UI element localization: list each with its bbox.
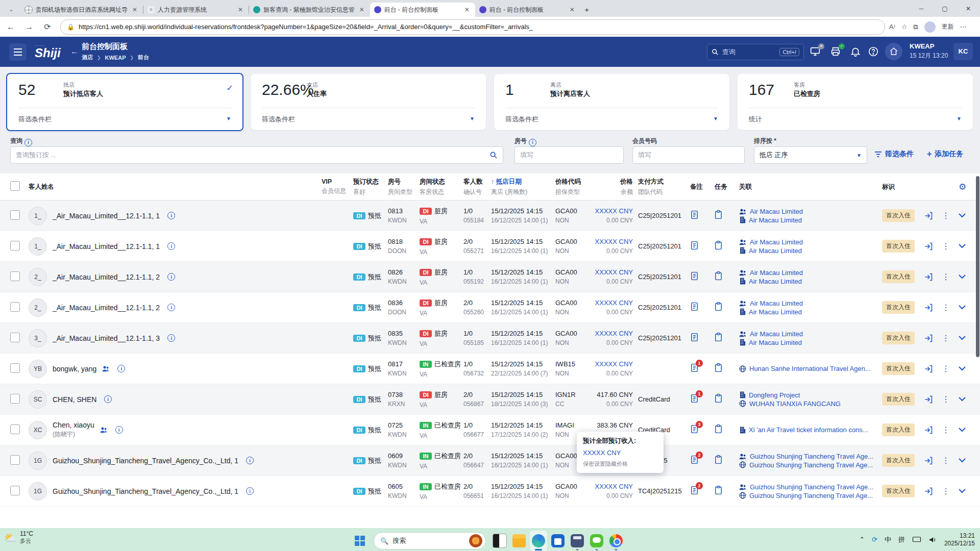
taskbar-app-wechat[interactable] <box>588 531 605 551</box>
more-actions-icon[interactable]: ⋮ <box>942 486 950 496</box>
column-header[interactable]: 支付方式团队代码 <box>638 178 690 196</box>
column-header[interactable]: 任务 <box>715 183 739 191</box>
linked-profile-link[interactable]: Air Macau Limited <box>749 308 802 316</box>
tasks-clipboard-icon[interactable] <box>715 424 722 434</box>
row-checkbox[interactable] <box>10 302 20 312</box>
info-icon[interactable]: i <box>529 139 536 146</box>
check-in-icon[interactable] <box>924 334 933 342</box>
guest-name[interactable]: _Air_Macau_Limited__12.1-1.1, 3 <box>53 334 160 342</box>
vertical-scrollbar[interactable] <box>976 176 979 357</box>
filter-conditions-button[interactable]: 筛选条件 <box>874 149 914 159</box>
tray-sync-icon[interactable]: ⟳ <box>872 536 877 543</box>
check-in-icon[interactable] <box>924 212 933 220</box>
linked-profile-link[interactable]: Air Macau Limited <box>750 208 803 215</box>
tab-close-icon[interactable]: ✕ <box>463 6 471 14</box>
browser-tab[interactable]: 旅客查询 - 紫楠旅馆业治安信息管✕ <box>249 3 370 17</box>
price[interactable]: XXXXX CNY <box>592 483 633 490</box>
notifications-bell-icon[interactable] <box>850 46 862 58</box>
row-checkbox[interactable] <box>10 363 20 373</box>
linked-profile-link[interactable]: Air Macau Limited <box>750 299 803 307</box>
info-icon[interactable]: i <box>167 242 175 250</box>
notes-icon[interactable]: 3 <box>690 424 699 434</box>
more-actions-icon[interactable]: ⋮ <box>942 272 950 282</box>
notes-icon[interactable] <box>690 210 699 219</box>
row-checkbox[interactable] <box>10 486 20 495</box>
expand-chevron-icon[interactable] <box>959 305 966 310</box>
price[interactable]: XXXXX CNY <box>592 238 633 245</box>
info-icon[interactable]: i <box>167 273 175 281</box>
info-icon[interactable]: i <box>246 487 254 495</box>
tasks-clipboard-icon[interactable] <box>715 333 722 342</box>
property-code[interactable]: KWEAP <box>910 42 934 50</box>
breadcrumb[interactable]: 酒店❯ KWEAP❯ 前台 <box>82 54 149 61</box>
column-header[interactable]: 房间状态客房状态 <box>420 178 463 196</box>
tasks-clipboard-icon[interactable] <box>715 302 722 311</box>
accompany-guests-icon[interactable] <box>102 365 110 372</box>
taskbar-app-edge[interactable] <box>530 531 547 551</box>
notes-icon[interactable]: 2 <box>690 455 699 464</box>
info-icon[interactable]: i <box>167 304 175 311</box>
tab-list-chevron-icon[interactable]: ⌄ <box>4 3 18 16</box>
hamburger-menu-button[interactable] <box>9 43 27 61</box>
guest-name[interactable]: CHEN, SHEN <box>53 395 96 404</box>
browser-profile-avatar[interactable] <box>924 21 936 33</box>
linked-profile-link[interactable]: Guizhou Shunjing Tiancheng Travel Age... <box>749 461 873 469</box>
column-header[interactable]: 客人姓名 <box>29 183 322 191</box>
help-icon[interactable] <box>868 46 880 58</box>
chevron-down-icon[interactable]: ▼ <box>226 116 231 121</box>
expand-chevron-icon[interactable] <box>959 397 966 402</box>
notes-icon[interactable] <box>690 333 699 342</box>
browser-forward-button[interactable]: → <box>21 19 37 35</box>
info-icon[interactable]: i <box>104 395 112 403</box>
linked-profile-link[interactable]: Air Macau Limited <box>750 238 803 246</box>
linked-profile-link[interactable]: Air Macau Limited <box>749 278 802 285</box>
row-checkbox[interactable] <box>10 241 20 251</box>
notes-icon[interactable]: 1 <box>690 394 699 403</box>
linked-profile-link[interactable]: Guizhou Shunjing Tiancheng Travel Age... <box>749 492 873 499</box>
table-settings-gear-icon[interactable]: ⚙ <box>959 182 966 192</box>
price[interactable]: XXXXX CNY <box>592 360 633 368</box>
chevron-down-icon[interactable]: ▼ <box>713 116 718 121</box>
info-icon[interactable]: i <box>117 365 125 372</box>
browser-tab[interactable]: 贵阳机场智选假日酒店系统网址导✕ <box>20 3 143 17</box>
tray-chevron-up-icon[interactable]: ⌃ <box>859 536 865 543</box>
notes-icon[interactable] <box>690 241 699 250</box>
column-header[interactable]: 标识 <box>882 183 924 191</box>
linked-profile-link[interactable]: Air Macau Limited <box>749 216 802 224</box>
stat-card-2[interactable]: 22.66%在店入住率筛选条件栏▼ <box>251 74 486 130</box>
column-header[interactable]: 关联 <box>739 183 882 191</box>
guest-name[interactable]: bongwk, yang <box>53 365 96 373</box>
row-checkbox[interactable] <box>10 333 20 342</box>
linked-profile-link[interactable]: WUHAN TIANXIA FANGCANG <box>749 400 841 408</box>
check-in-icon[interactable] <box>924 426 933 434</box>
printer-status-icon[interactable]: ✓ <box>830 46 842 58</box>
tray-volume-icon[interactable] <box>928 536 937 543</box>
guest-name[interactable]: Guizhou_Shunjing_Tiancheng_Travel_Agency… <box>53 487 238 495</box>
row-checkbox[interactable] <box>10 424 20 434</box>
linked-profile-link[interactable]: Air Macau Limited <box>750 330 803 338</box>
user-avatar[interactable]: KC <box>953 43 973 60</box>
info-icon[interactable]: i <box>246 457 254 464</box>
guest-name[interactable]: Chen, xiaoyu <box>53 421 94 429</box>
price[interactable]: XXXXX CNY <box>592 299 633 307</box>
search-icon[interactable] <box>489 151 498 159</box>
check-in-icon[interactable] <box>924 457 933 465</box>
member-number-input[interactable]: 填写 <box>632 146 745 164</box>
taskbar-app-chrome[interactable] <box>607 531 625 551</box>
browser-tab[interactable]: S人力资源管理系统✕ <box>143 3 249 17</box>
column-header[interactable]: 客人数确认号 <box>463 178 491 196</box>
column-header[interactable]: VIP会员信息 <box>322 178 353 195</box>
tab-close-icon[interactable]: ✕ <box>131 6 139 14</box>
tasks-clipboard-icon[interactable] <box>715 241 722 250</box>
info-icon[interactable]: i <box>167 334 175 342</box>
expand-chevron-icon[interactable] <box>959 274 966 279</box>
more-actions-icon[interactable]: ⋮ <box>942 211 950 220</box>
browser-update-button[interactable]: 更新 <box>942 22 954 31</box>
taskbar-app-calculator[interactable] <box>569 531 586 551</box>
browser-tab[interactable]: 前台 - 前台控制面板✕ <box>475 3 580 17</box>
check-in-icon[interactable] <box>924 487 933 495</box>
workstation-icon[interactable]: ✕ <box>810 46 822 58</box>
tasks-clipboard-icon[interactable] <box>715 394 722 403</box>
expand-chevron-icon[interactable] <box>959 244 966 248</box>
select-all-checkbox[interactable] <box>10 181 20 191</box>
